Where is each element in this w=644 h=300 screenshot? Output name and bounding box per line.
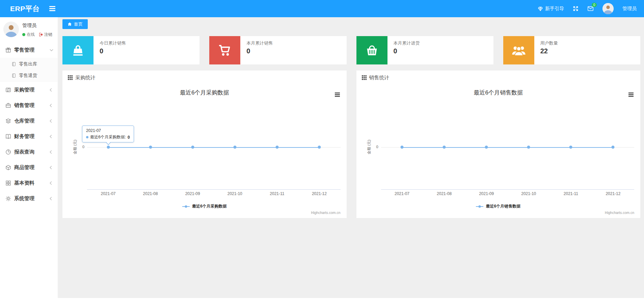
chevron-left-icon — [50, 135, 53, 138]
data-point-marker[interactable] — [233, 146, 236, 149]
sidebar-item-reports[interactable]: 报表查询 — [0, 144, 58, 160]
data-point-marker[interactable] — [569, 146, 572, 149]
sidebar-item-system[interactable]: 系统管理 — [0, 191, 58, 206]
sidebar-submenu-retail: 零售出库 零售退货 — [0, 58, 58, 82]
chart-credit[interactable]: Highcharts.com.cn — [311, 211, 341, 215]
data-point-marker[interactable] — [527, 146, 530, 149]
sidebar-item-goods[interactable]: 商品管理 — [0, 160, 58, 175]
legend-label[interactable]: 最近6个月采购数据 — [192, 203, 227, 209]
x-axis-tick-label: 2021-12 — [312, 191, 327, 196]
main-content: 首页 今日累计销售 0 本月累计销售 0 — [58, 17, 644, 300]
data-point-marker[interactable] — [275, 146, 278, 149]
footer-strip — [58, 298, 644, 300]
stat-card-value: 22 — [540, 47, 558, 55]
basket-icon — [356, 36, 387, 64]
x-axis-tick-label: 2021-10 — [521, 191, 536, 196]
panel-title: 销售统计 — [369, 75, 390, 81]
stat-card-value: 0 — [394, 47, 420, 55]
stat-card-label: 本月累计销售 — [246, 40, 273, 46]
chevron-left-icon — [50, 88, 53, 91]
sidebar-item-procurement[interactable]: 采购管理 — [0, 82, 58, 98]
sidebar-item-retail[interactable]: 零售管理 — [0, 42, 58, 58]
tab-home[interactable]: 首页 — [62, 19, 88, 29]
th-grid-icon — [68, 75, 73, 80]
x-axis-line — [87, 189, 341, 190]
sidebar-item-retail-return[interactable]: 零售退货 — [0, 70, 58, 81]
chevron-left-icon — [50, 150, 53, 154]
tooltip-value: 0 — [128, 135, 130, 140]
sidebar-user-name: 管理员 — [22, 23, 52, 29]
sidebar-item-label: 报表查询 — [14, 149, 50, 155]
chart-legend: 最近6个月销售数据 — [356, 203, 641, 209]
stat-card-label: 今日累计销售 — [100, 40, 126, 46]
chevron-left-icon — [50, 181, 53, 185]
panel-sales-stats: 销售统计 最近6个月销售数据 金额 (元) 0 2021-072021-0820… — [356, 71, 641, 218]
markers-layer — [381, 85, 635, 189]
gem-icon — [538, 6, 543, 11]
chart-tooltip: 2021-07 最近6个月采购数据: 0 — [82, 126, 134, 142]
sales-chart: 最近6个月销售数据 金额 (元) 0 2021-072021-082021-09… — [356, 85, 641, 217]
sidebar-item-basic-data[interactable]: 基本资料 — [0, 175, 58, 191]
logout-button[interactable]: 注销 — [39, 32, 52, 37]
sidebar-item-sales[interactable]: 销售管理 — [0, 98, 58, 113]
panel-purchase-stats: 采购统计 最近6个月采购数据 金额 (元) 0 2021-072021-0820… — [62, 71, 347, 218]
mail-badge: 0 — [592, 3, 597, 7]
legend-label[interactable]: 最近6个月销售数据 — [486, 203, 520, 209]
journal-icon — [11, 73, 16, 78]
sidebar-item-warehouse[interactable]: 仓库管理 — [0, 113, 58, 129]
data-point-marker[interactable] — [318, 146, 321, 149]
avatar[interactable] — [602, 3, 614, 14]
panel-title: 采购统计 — [75, 75, 96, 81]
layers-icon — [5, 118, 11, 124]
y-axis-title: 金额 (元) — [366, 134, 371, 161]
sidebar-toggle-icon[interactable] — [49, 6, 55, 11]
x-axis-tick-label: 2021-11 — [564, 191, 578, 196]
series-dot-icon — [86, 136, 88, 138]
chart-credit[interactable]: Highcharts.com.cn — [605, 211, 634, 215]
data-point-marker[interactable] — [191, 146, 194, 149]
stat-card-user-count: 用户数量 22 — [503, 36, 640, 64]
stat-card-month-sales: 本月累计销售 0 — [209, 36, 346, 64]
x-axis-tick-label: 2021-09 — [185, 191, 200, 196]
guide-button[interactable]: 新手引导 — [538, 6, 564, 12]
x-axis-tick-label: 2021-07 — [395, 191, 409, 196]
stat-card-today-sales: 今日累计销售 0 — [62, 36, 199, 64]
cart-icon — [209, 36, 240, 64]
logout-icon — [39, 32, 43, 37]
pie-chart-icon — [5, 149, 11, 155]
fullscreen-button[interactable] — [573, 6, 579, 11]
x-axis-ticks: 2021-072021-082021-092021-102021-112021-… — [381, 191, 635, 197]
journal-icon — [11, 62, 16, 66]
data-point-marker[interactable] — [485, 146, 488, 149]
chevron-left-icon — [50, 197, 53, 200]
x-axis-line — [381, 189, 635, 190]
messages-button[interactable]: 0 — [587, 5, 594, 12]
avatar[interactable] — [3, 22, 19, 37]
x-axis-tick-label: 2021-08 — [437, 191, 452, 196]
data-point-marker[interactable] — [107, 146, 110, 149]
x-axis-tick-label: 2021-09 — [479, 191, 494, 196]
x-axis-tick-label: 2021-10 — [227, 191, 242, 196]
sidebar-item-label: 零售管理 — [14, 47, 50, 53]
sidebar-item-retail-outbound[interactable]: 零售出库 — [0, 58, 58, 70]
chart-panels-row: 采购统计 最近6个月采购数据 金额 (元) 0 2021-072021-0820… — [62, 71, 640, 218]
x-axis-tick-label: 2021-08 — [143, 191, 158, 196]
users-icon — [503, 36, 534, 64]
home-icon — [68, 22, 72, 26]
online-status-label: 在线 — [27, 32, 35, 37]
sidebar-item-finance[interactable]: 财务管理 — [0, 129, 58, 144]
open-book-icon — [5, 134, 11, 139]
data-point-marker[interactable] — [401, 146, 404, 149]
logout-label: 注销 — [44, 32, 52, 37]
data-point-marker[interactable] — [149, 146, 152, 149]
navbar-user-name: 管理员 — [622, 6, 637, 12]
data-point-marker[interactable] — [612, 146, 615, 149]
tooltip-series-label: 最近6个月采购数据: — [90, 134, 126, 140]
data-point-marker[interactable] — [443, 146, 446, 149]
tooltip-header: 2021-07 — [86, 128, 130, 133]
stat-cards-row: 今日累计销售 0 本月累计销售 0 本月累计进货 0 — [62, 36, 640, 64]
user-menu[interactable]: 管理员 — [622, 6, 637, 12]
gear-icon — [5, 196, 11, 201]
sidebar-item-label: 零售出库 — [19, 61, 37, 67]
stat-card-label: 本月累计进货 — [394, 40, 420, 46]
